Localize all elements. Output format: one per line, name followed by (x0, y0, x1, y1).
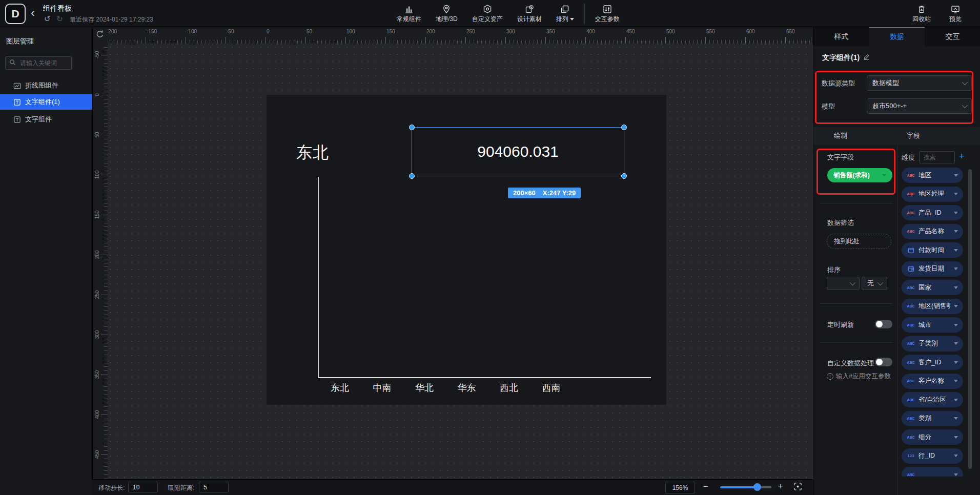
field-list-scrollbar[interactable] (968, 169, 972, 469)
topbar-right-tools: 回收站预览 (905, 0, 969, 27)
field-pill-发货日期[interactable]: 发货日期 (902, 261, 963, 277)
field-pill-客户_ID[interactable]: ABC客户_ID (902, 355, 963, 370)
text-field-type-icon: ABC (907, 361, 915, 364)
filter-drop-zone[interactable]: 拖到此处 (827, 234, 891, 249)
custom-processing-toggle[interactable] (875, 358, 892, 366)
field-pill-省/自治区[interactable]: ABC省/自治区 (902, 392, 963, 407)
timed-refresh-toggle[interactable] (875, 320, 892, 328)
zoom-out-button[interactable]: − (703, 482, 708, 492)
v-ruler-label: 150 (94, 204, 100, 225)
tool-arrange[interactable]: 排列 (549, 0, 581, 27)
field-pill-类别[interactable]: ABC类别 (902, 411, 963, 426)
interaction-param-hint: ! 输入#应用交互参数 (827, 372, 891, 381)
tool-label: 地理/3D (436, 15, 458, 24)
field-name: 地区经理 (918, 190, 950, 198)
calendar-icon (907, 265, 915, 272)
zoom-in-button[interactable]: + (778, 481, 783, 491)
zoom-slider[interactable] (720, 486, 771, 488)
text-field-value-pill[interactable]: 销售额(求和) (827, 168, 892, 182)
fit-to-screen-icon[interactable] (793, 482, 802, 493)
tab-style[interactable]: 样式 (813, 27, 869, 46)
subtab-draw[interactable]: 绘制 (834, 127, 847, 145)
layer-panel-title: 图层管理 (6, 37, 34, 46)
tab-data[interactable]: 数据 (869, 27, 925, 46)
field-name: 行_ID (918, 451, 950, 460)
h-ruler-label: 200 (426, 29, 435, 34)
field-pill-付款时间[interactable]: 付款时间 (902, 242, 963, 258)
timed-refresh-label: 定时刷新 (827, 320, 854, 329)
tool-regular-components[interactable]: 常规组件 (390, 0, 428, 27)
field-pill-国家[interactable]: ABC国家 (902, 280, 963, 295)
tool-preview[interactable]: 预览 (942, 0, 969, 27)
calendar-icon (907, 247, 915, 254)
snap-distance-input[interactable] (199, 482, 229, 492)
text-component-region[interactable]: 东北 (296, 142, 329, 163)
preview-icon (950, 3, 961, 14)
redo-icon[interactable]: ↻ (56, 14, 63, 24)
layer-search-box[interactable] (5, 56, 72, 70)
v-ruler-label: 450 (94, 444, 100, 465)
tool-design-assets[interactable]: 设计素材 (510, 0, 549, 27)
refresh-icon[interactable] (95, 30, 105, 41)
field-pill-城市[interactable]: ABC城市 (902, 317, 963, 333)
field-pill-地区(销售明...[interactable]: ABC地区(销售明... (902, 299, 963, 314)
h-ruler-label: 350 (546, 29, 555, 34)
field-pill-地区经理[interactable]: ABC地区经理 (902, 187, 963, 202)
layer-item-text-component-1[interactable]: 文字组件(1) (0, 94, 92, 110)
ruler-refresh-corner[interactable] (92, 27, 108, 44)
field-pill-子类别[interactable]: ABC子类别 (902, 336, 963, 352)
layer-search-input[interactable] (19, 59, 68, 67)
dashboard-canvas[interactable]: 东北 东北中南华北华东西北西南 904060.031 200×60 X:247 … (267, 95, 666, 405)
layer-item-text-component[interactable]: 文字组件 (0, 112, 92, 127)
tool-recycle-bin[interactable]: 回收站 (905, 0, 938, 27)
move-step-input[interactable] (128, 482, 158, 492)
selected-text-component[interactable]: 904060.031 (412, 127, 624, 176)
tool-geo-3d[interactable]: 地理/3D (428, 0, 465, 27)
field-pill-地区[interactable]: ABC地区 (902, 168, 963, 183)
v-ruler-label: 400 (94, 404, 100, 425)
canvas-workspace[interactable]: 东北 东北中南华北华东西北西南 904060.031 200×60 X:247 … (92, 44, 813, 479)
tool-interaction-params[interactable]: 交互参数 (588, 0, 627, 27)
field-pill-客户名称[interactable]: ABC客户名称 (902, 374, 963, 389)
add-field-button[interactable]: + (959, 151, 965, 161)
model-select[interactable]: 超市500+-+ (867, 98, 972, 114)
design-icon (524, 3, 535, 14)
app-logo[interactable]: D (5, 4, 26, 24)
tab-interaction[interactable]: 交互 (925, 27, 980, 46)
field-dropdown-icon (954, 361, 958, 364)
hexagon-icon (482, 3, 493, 14)
v-ruler-label: 50 (94, 125, 100, 145)
zoom-slider-knob[interactable] (753, 483, 761, 491)
field-search-box[interactable] (919, 151, 955, 163)
back-button[interactable]: ‹ (31, 6, 35, 19)
tool-custom-assets[interactable]: 自定义资产 (465, 0, 510, 27)
chevron-down-icon (850, 280, 855, 285)
resize-handle-bottom-left[interactable] (409, 173, 415, 179)
resize-handle-bottom-right[interactable] (621, 173, 627, 179)
datasource-type-select[interactable]: 数据模型 (867, 75, 972, 91)
v-ruler-label: 300 (94, 324, 100, 345)
subtab-field[interactable]: 字段 (907, 127, 920, 145)
field-pill-行_ID[interactable]: 123行_ID (902, 448, 963, 464)
zoom-percent-box[interactable]: 156% (665, 482, 695, 493)
move-step-label: 移动步长: (98, 484, 125, 492)
resize-handle-top-right[interactable] (621, 125, 627, 130)
field-pill-细分[interactable]: ABC细分 (902, 429, 963, 445)
layer-item-line-chart-component[interactable]: 折线图组件 (0, 78, 92, 93)
sort-order-select[interactable]: 无 (862, 277, 887, 290)
page-title: 组件看板 (43, 4, 72, 13)
undo-icon[interactable]: ↺ (44, 14, 51, 24)
sort-field-select[interactable] (827, 277, 860, 290)
data-filter-label: 数据筛选 (827, 218, 854, 228)
field-search-input[interactable] (923, 153, 951, 161)
field-pill-产品名称[interactable]: ABC产品名称 (902, 224, 963, 239)
field-pill-partial[interactable]: ABC (902, 467, 963, 477)
rename-pencil-icon[interactable] (863, 53, 870, 63)
h-ruler-label: 400 (586, 29, 595, 34)
field-pill-产品_ID[interactable]: ABC产品_ID (902, 205, 963, 220)
chevron-down-icon (962, 79, 968, 85)
resize-handle-top-left[interactable] (409, 125, 415, 130)
datasource-type-label: 数据源类型 (822, 79, 855, 88)
v-ruler-label: 200 (94, 244, 100, 265)
layer-item-label: 文字组件(1) (25, 97, 60, 107)
